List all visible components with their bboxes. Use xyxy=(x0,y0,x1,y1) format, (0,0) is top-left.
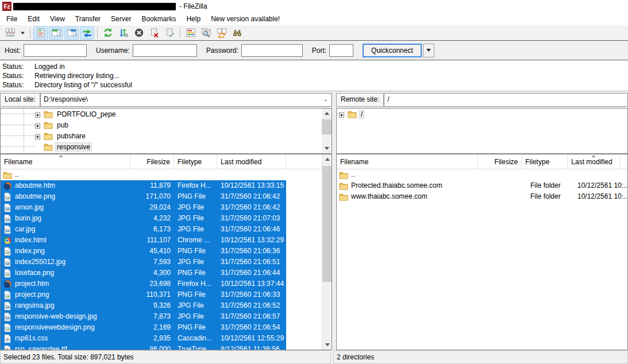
tree-item-responsive[interactable]: responsive xyxy=(1,141,332,152)
tree-item-pub[interactable]: pub xyxy=(1,119,332,130)
file-row[interactable]: index.png 45,410 PNG File 31/7/2560 21:0… xyxy=(1,246,286,257)
file-row[interactable]: index.html 111,107 Chrome ... 10/12/2561… xyxy=(1,235,286,246)
column-header-filetype[interactable]: Filetype xyxy=(174,154,217,169)
chevron-down-icon xyxy=(426,49,431,52)
scroll-up-arrow[interactable] xyxy=(322,109,332,118)
local-site-bar: Local site: D:\responsive\ ⌄ xyxy=(0,93,332,107)
scroll-down-arrow[interactable] xyxy=(322,340,332,350)
host-label: Host: xyxy=(5,47,21,55)
file-row[interactable]: rsp61s.css 2,935 Cascadin... 10/12/2561 … xyxy=(1,333,286,344)
parent-directory-row[interactable]: .. xyxy=(1,169,286,180)
file-row[interactable]: rangsima.jpg 9,326 JPG File 31/7/2560 21… xyxy=(1,300,286,311)
column-header-filename[interactable]: Filename xyxy=(1,154,130,169)
panel-splitter[interactable] xyxy=(332,154,336,350)
file-name: aboutme.htm xyxy=(15,180,55,191)
remote-site-combobox[interactable]: / xyxy=(384,93,628,107)
file-row[interactable]: Protected.thaiabc.somee.com File folder … xyxy=(337,180,627,191)
log-line: Status:Directory listing of "/" successf… xyxy=(2,80,626,90)
quickconnect-button[interactable]: Quickconnect xyxy=(363,44,422,57)
password-input[interactable] xyxy=(241,44,303,57)
local-tree-scrollbar[interactable] xyxy=(322,109,332,153)
site-manager-button[interactable] xyxy=(3,26,17,40)
file-size: 111,107 xyxy=(130,235,174,246)
parent-directory-row[interactable]: .. xyxy=(337,169,627,180)
file-name: www.thaiabc.somee.com xyxy=(351,191,427,202)
file-row[interactable]: responsive-web-design.jpg 7,873 JPG File… xyxy=(1,311,286,322)
directory-compare-button[interactable] xyxy=(199,26,213,40)
column-header-filesize[interactable]: Filesize xyxy=(130,154,174,169)
toggle-remote-tree-button[interactable] xyxy=(64,26,79,40)
menu-help[interactable]: Help xyxy=(181,13,206,25)
menu-server[interactable]: Server xyxy=(106,13,136,25)
local-site-combobox[interactable]: D:\responsive\ ⌄ xyxy=(40,93,332,107)
scroll-up-arrow[interactable] xyxy=(322,154,332,164)
file-row[interactable]: responsivewebdesign.png 2,169 PNG File 3… xyxy=(1,322,286,333)
host-input[interactable] xyxy=(24,44,87,57)
file-row[interactable]: car.jpg 6,173 JPG File 31/7/2560 21:06:4… xyxy=(1,224,286,235)
reconnect-button[interactable] xyxy=(163,26,177,40)
menu-new-version-available[interactable]: New version available! xyxy=(206,13,285,25)
menu-view[interactable]: View xyxy=(45,13,70,25)
find-files-button[interactable] xyxy=(230,26,244,40)
local-list-scrollbar[interactable] xyxy=(322,154,332,350)
menu-edit[interactable]: Edit xyxy=(22,13,45,25)
tree-expander-icon[interactable] xyxy=(35,133,40,138)
file-type: JPG File xyxy=(174,257,217,268)
toggle-transfer-queue-button[interactable] xyxy=(80,26,94,40)
quickconnect-dropdown-button[interactable] xyxy=(423,44,434,57)
cancel-button[interactable] xyxy=(132,26,146,40)
column-header-filetype[interactable]: Filetype xyxy=(522,154,568,169)
tree-item--[interactable]: / xyxy=(337,109,627,119)
file-row[interactable]: index255012.jpg 7,593 JPG File 31/7/2560… xyxy=(1,257,286,268)
password-label: Password: xyxy=(206,47,238,55)
chevron-down-icon: ⌄ xyxy=(323,96,328,102)
file-name: .. xyxy=(351,169,355,180)
file-row[interactable]: project.png 110,371 PNG File 31/7/2560 2… xyxy=(1,289,286,300)
column-header-filesize[interactable]: Filesize xyxy=(478,154,522,169)
file-row[interactable]: burin.jpg 4,232 JPG File 31/7/2560 21:07… xyxy=(1,213,286,224)
synchronized-browsing-button[interactable] xyxy=(214,26,229,40)
tree-item-portfolio-pepe[interactable]: PORTFOLIO_pepe xyxy=(1,109,332,119)
scrollbar-thumb[interactable] xyxy=(322,119,332,134)
refresh-icon xyxy=(103,28,113,38)
column-header-last-modified[interactable]: Last modified xyxy=(568,154,621,169)
menu-transfer[interactable]: Transfer xyxy=(70,13,106,25)
scroll-down-arrow[interactable] xyxy=(322,144,332,153)
process-queue-button[interactable] xyxy=(116,26,130,40)
file-name: car.jpg xyxy=(15,224,35,235)
menu-file[interactable]: File xyxy=(1,13,22,25)
file-row[interactable]: project.htm 23,698 Firefox H... 10/12/25… xyxy=(1,278,286,289)
file-type: File folder xyxy=(527,180,574,191)
png-file-icon xyxy=(3,247,12,256)
column-header-last-modified[interactable]: Last modified xyxy=(217,154,286,169)
file-type: PNG File xyxy=(174,191,217,202)
file-size: 9,326 xyxy=(130,300,174,311)
toolbar-separator xyxy=(180,28,180,38)
file-row[interactable]: aboutme.htm 11,879 Firefox H... 10/12/25… xyxy=(1,180,286,191)
folder-icon xyxy=(348,110,357,119)
file-size: 6,173 xyxy=(130,224,174,235)
port-input[interactable] xyxy=(329,44,353,57)
toggle-local-tree-button[interactable] xyxy=(49,26,63,40)
file-row[interactable]: www.thaiabc.somee.com File folder 10/12/… xyxy=(337,191,627,202)
file-row[interactable]: aboutme.png 171,070 PNG File 31/7/2560 2… xyxy=(1,191,286,202)
file-row[interactable]: loseface.png 4,300 PNG File 31/7/2560 21… xyxy=(1,268,286,278)
username-input[interactable] xyxy=(133,44,197,57)
disconnect-button[interactable] xyxy=(147,26,161,40)
file-type: JPG File xyxy=(174,300,217,311)
tree-expander-icon[interactable] xyxy=(339,111,344,117)
directory-filter-button[interactable] xyxy=(183,26,198,40)
toggle-log-view-button[interactable] xyxy=(33,26,48,40)
remote-site-bar: Remote site: / xyxy=(336,93,628,107)
panel-splitter[interactable] xyxy=(332,93,336,154)
tree-expander-icon[interactable] xyxy=(35,122,40,127)
scrollbar-thumb[interactable] xyxy=(322,166,332,282)
file-row[interactable]: Trsp_sawasdee.ttf 86,000 TrueType... 8/1… xyxy=(1,344,286,350)
refresh-button[interactable] xyxy=(101,26,115,40)
menu-bookmarks[interactable]: Bookmarks xyxy=(136,13,181,25)
tree-item-pubshare[interactable]: pubshare xyxy=(1,130,332,141)
tree-expander-icon[interactable] xyxy=(35,111,40,117)
column-header-filename[interactable]: Filename xyxy=(337,154,478,169)
site-manager-dropdown-button[interactable] xyxy=(18,26,27,40)
file-row[interactable]: arnon.jpg 29,024 JPG File 31/7/2560 21:0… xyxy=(1,202,286,213)
